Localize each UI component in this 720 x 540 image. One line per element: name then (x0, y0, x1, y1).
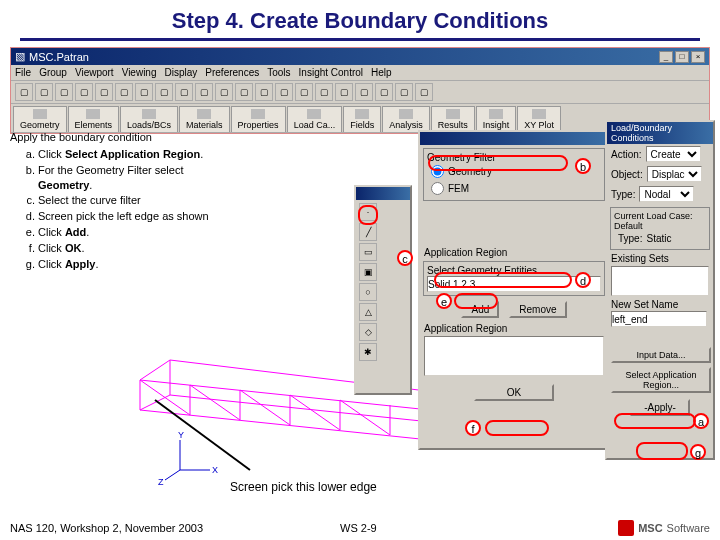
tool-icon[interactable]: ▢ (235, 83, 253, 101)
existing-sets-label: Existing Sets (611, 253, 709, 264)
instructions: Apply the boundary condition Click Selec… (10, 130, 220, 273)
menu-group[interactable]: Group (39, 67, 67, 78)
app-region-label: Application Region (424, 247, 604, 258)
tool-icon[interactable]: ▢ (315, 83, 333, 101)
ok-button[interactable]: OK (474, 384, 554, 401)
tab-loads-bcs[interactable]: Loads/BCs (120, 106, 178, 132)
object-select[interactable]: Displacement (647, 166, 702, 182)
tool-icon[interactable]: ▢ (135, 83, 153, 101)
load-case-label: Current Load Case: (614, 211, 706, 221)
tool-icon[interactable]: ▢ (155, 83, 173, 101)
svg-text:X: X (212, 465, 218, 475)
minimize-button[interactable]: _ (659, 51, 673, 63)
tool-icon[interactable]: ▢ (95, 83, 113, 101)
load-type-label: Type: (618, 233, 642, 244)
tool-icon[interactable]: ▢ (215, 83, 233, 101)
tab-insight[interactable]: Insight (476, 106, 517, 132)
action-select[interactable]: Create (646, 146, 701, 162)
input-data-button[interactable]: Input Data... (611, 347, 711, 363)
marker-c: c (397, 250, 413, 266)
footer-logo: MSCSoftware (618, 520, 710, 536)
new-set-input[interactable] (611, 311, 707, 327)
tool-icon[interactable]: ▢ (335, 83, 353, 101)
tab-materials[interactable]: Materials (179, 106, 230, 132)
type-select[interactable]: Nodal (639, 186, 694, 202)
filter-mpc-icon[interactable]: ◇ (359, 323, 377, 341)
menu-viewing[interactable]: Viewing (122, 67, 157, 78)
tool-icon[interactable]: ▢ (35, 83, 53, 101)
application-region-listbox[interactable] (424, 336, 604, 376)
tool-icon[interactable]: ▢ (15, 83, 33, 101)
tool-icon[interactable]: ▢ (415, 83, 433, 101)
marker-f: f (465, 420, 481, 436)
footer-page: WS 2-9 (340, 522, 377, 534)
filter-node-icon[interactable]: ○ (359, 283, 377, 301)
close-button[interactable]: × (691, 51, 705, 63)
select-region-button[interactable]: Select Application Region... (611, 367, 711, 393)
tab-analysis[interactable]: Analysis (382, 106, 430, 132)
marker-g-oval (636, 442, 688, 460)
tab-elements[interactable]: Elements (68, 106, 120, 132)
menu-viewport[interactable]: Viewport (75, 67, 114, 78)
step-f: Click OK. (38, 241, 220, 256)
marker-c-oval (358, 205, 378, 225)
tool-icon[interactable]: ▢ (355, 83, 373, 101)
tab-fields[interactable]: Fields (343, 106, 381, 132)
tab-results[interactable]: Results (431, 106, 475, 132)
lbc-title: Load/Boundary Conditions (607, 122, 713, 144)
tool-icon[interactable]: ▢ (175, 83, 193, 101)
tool-icon[interactable]: ▢ (375, 83, 393, 101)
marker-e: e (436, 293, 452, 309)
instructions-lead: Apply the boundary condition (10, 130, 220, 145)
fem-radio[interactable] (431, 182, 444, 195)
tab-properties[interactable]: Properties (231, 106, 286, 132)
tool-icon[interactable]: ▢ (195, 83, 213, 101)
menu-preferences[interactable]: Preferences (205, 67, 259, 78)
filter-curve-icon[interactable]: ╱ (359, 223, 377, 241)
menu-insight[interactable]: Insight Control (299, 67, 363, 78)
step-d: Screen pick the left edge as shown (38, 209, 220, 224)
marker-b-oval (428, 155, 568, 171)
dialog-title (420, 132, 608, 145)
menubar: File Group Viewport Viewing Display Pref… (11, 65, 709, 81)
new-set-label: New Set Name (611, 299, 709, 310)
tool-icon[interactable]: ▢ (295, 83, 313, 101)
filter-element-icon[interactable]: △ (359, 303, 377, 321)
titlebar: ▧ MSC.Patran _ □ × (11, 48, 709, 65)
window-title: MSC.Patran (29, 51, 89, 63)
marker-d: d (575, 272, 591, 288)
tab-xyplot[interactable]: XY Plot (517, 106, 561, 132)
tab-geometry[interactable]: Geometry (13, 106, 67, 132)
menu-file[interactable]: File (15, 67, 31, 78)
marker-e-oval (454, 293, 498, 309)
marker-f-oval (485, 420, 549, 436)
svg-line-3 (170, 395, 460, 425)
existing-sets-listbox[interactable] (611, 266, 709, 296)
menu-tools[interactable]: Tools (267, 67, 290, 78)
menu-help[interactable]: Help (371, 67, 392, 78)
menu-display[interactable]: Display (165, 67, 198, 78)
svg-text:Z: Z (158, 477, 164, 487)
tool-icon[interactable]: ▢ (115, 83, 133, 101)
title-underline (20, 38, 700, 41)
remove-button[interactable]: Remove (509, 301, 566, 318)
tool-icon[interactable]: ▢ (275, 83, 293, 101)
svg-line-18 (190, 385, 240, 420)
step-e: Click Add. (38, 225, 220, 240)
tool-icon[interactable]: ▢ (55, 83, 73, 101)
svg-line-25 (165, 470, 180, 480)
application-region-dialog: Geometry Filter Geometry FEM Application… (418, 130, 610, 450)
type-label: Type: (611, 189, 635, 200)
maximize-button[interactable]: □ (675, 51, 689, 63)
tool-icon[interactable]: ▢ (75, 83, 93, 101)
filter-surface-icon[interactable]: ▭ (359, 243, 377, 261)
tool-icon[interactable]: ▢ (255, 83, 273, 101)
tab-loadcase[interactable]: Load Ca... (287, 106, 343, 132)
filter-solid-icon[interactable]: ▣ (359, 263, 377, 281)
svg-line-19 (240, 390, 290, 425)
lbc-panel: Load/Boundary Conditions Action:Create O… (605, 120, 715, 460)
lower-edge-caption: Screen pick this lower edge (230, 480, 377, 494)
step-b: For the Geometry Filter select Geometry. (38, 163, 220, 193)
tool-icon[interactable]: ▢ (395, 83, 413, 101)
filter-any-icon[interactable]: ✱ (359, 343, 377, 361)
